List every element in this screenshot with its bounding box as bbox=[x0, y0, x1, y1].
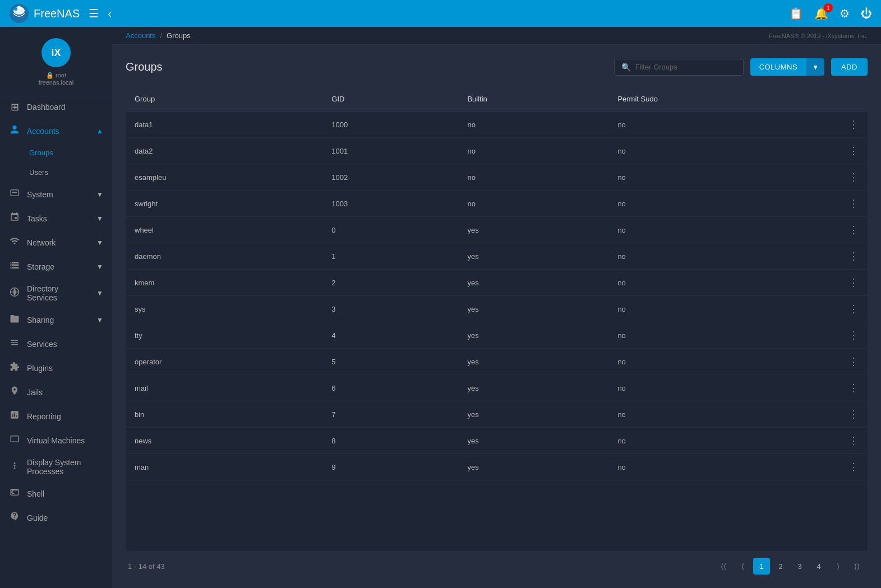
table-row: bin 7 yes no ⋮ bbox=[126, 401, 868, 428]
network-icon bbox=[9, 236, 20, 249]
sidebar-item-jails[interactable]: Jails bbox=[0, 380, 112, 404]
cell-gid: 1 bbox=[322, 243, 458, 270]
services-icon bbox=[9, 337, 20, 350]
sidebar-item-plugins[interactable]: Plugins bbox=[0, 356, 112, 380]
dashboard-icon: ⊞ bbox=[9, 101, 20, 113]
breadcrumb-accounts[interactable]: Accounts bbox=[126, 31, 155, 40]
row-menu-icon[interactable]: ⋮ bbox=[848, 435, 859, 446]
sidebar-item-accounts[interactable]: Accounts ▲ bbox=[0, 119, 112, 143]
sidebar-item-shell[interactable]: Shell bbox=[0, 481, 112, 506]
cell-group: data1 bbox=[126, 112, 322, 138]
power-icon[interactable]: ⏻ bbox=[861, 7, 872, 20]
sidebar-item-tasks[interactable]: Tasks ▼ bbox=[0, 206, 112, 230]
pagination-first[interactable]: ⟨⟨ bbox=[715, 558, 732, 575]
row-menu-icon[interactable]: ⋮ bbox=[848, 330, 859, 341]
search-input[interactable] bbox=[635, 63, 736, 71]
cell-gid: 1002 bbox=[322, 164, 458, 191]
cell-builtin: no bbox=[458, 112, 608, 138]
cell-actions: ⋮ bbox=[840, 138, 868, 164]
table-row: mail 6 yes no ⋮ bbox=[126, 375, 868, 401]
cell-gid: 1001 bbox=[322, 138, 458, 164]
clipboard-icon[interactable]: 📋 bbox=[789, 7, 803, 20]
pagination-last[interactable]: ⟩⟩ bbox=[848, 558, 865, 575]
table-row: wheel 0 yes no ⋮ bbox=[126, 217, 868, 243]
sidebar-item-guide[interactable]: Guide bbox=[0, 506, 112, 530]
sidebar-item-services[interactable]: Services bbox=[0, 332, 112, 356]
table-row: man 9 yes no ⋮ bbox=[126, 454, 868, 480]
cell-gid: 9 bbox=[322, 454, 458, 480]
cell-group: tty bbox=[126, 322, 322, 349]
row-menu-icon[interactable]: ⋮ bbox=[848, 145, 859, 156]
notifications[interactable]: 🔔 1 bbox=[814, 7, 828, 20]
sidebar-item-users[interactable]: Users bbox=[0, 163, 112, 182]
cell-builtin: yes bbox=[458, 401, 608, 428]
pagination-page-4[interactable]: 4 bbox=[810, 558, 827, 575]
menu-icon[interactable]: ☰ bbox=[89, 7, 99, 20]
sidebar-item-system[interactable]: System ▼ bbox=[0, 182, 112, 206]
sidebar-item-label: Display System Processes bbox=[27, 458, 103, 476]
accounts-icon bbox=[9, 124, 20, 137]
chevron-down-icon: ▼ bbox=[96, 263, 103, 271]
pagination: 1 - 14 of 43 ⟨⟨ ⟨ 1 2 3 4 ⟩ ⟩⟩ bbox=[126, 551, 868, 575]
add-button[interactable]: ADD bbox=[831, 58, 868, 76]
col-group: Group bbox=[126, 87, 322, 112]
cell-actions: ⋮ bbox=[840, 112, 868, 138]
cell-gid: 0 bbox=[322, 217, 458, 243]
cell-gid: 6 bbox=[322, 375, 458, 401]
row-menu-icon[interactable]: ⋮ bbox=[848, 224, 859, 235]
col-builtin: Builtin bbox=[458, 87, 608, 112]
row-menu-icon[interactable]: ⋮ bbox=[848, 251, 859, 262]
sidebar-item-network[interactable]: Network ▼ bbox=[0, 230, 112, 254]
sidebar-item-sharing[interactable]: Sharing ▼ bbox=[0, 308, 112, 332]
sidebar-item-label: Storage bbox=[27, 262, 90, 271]
row-menu-icon[interactable]: ⋮ bbox=[848, 172, 859, 183]
pagination-page-2[interactable]: 2 bbox=[772, 558, 789, 575]
row-menu-icon[interactable]: ⋮ bbox=[848, 409, 859, 420]
cell-actions: ⋮ bbox=[840, 217, 868, 243]
table-row: data1 1000 no no ⋮ bbox=[126, 112, 868, 138]
pagination-page-3[interactable]: 3 bbox=[791, 558, 808, 575]
row-menu-icon[interactable]: ⋮ bbox=[848, 119, 859, 130]
columns-button[interactable]: COLUMNS bbox=[750, 58, 807, 76]
cell-permit-sudo: no bbox=[608, 454, 840, 480]
row-menu-icon[interactable]: ⋮ bbox=[848, 277, 859, 288]
sidebar-item-display-system-processes[interactable]: Display System Processes bbox=[0, 452, 112, 481]
sidebar-item-dashboard[interactable]: ⊞ Dashboard bbox=[0, 95, 112, 119]
plugins-icon bbox=[9, 362, 20, 374]
row-menu-icon[interactable]: ⋮ bbox=[848, 382, 859, 393]
sidebar-item-label: Tasks bbox=[27, 214, 90, 223]
pagination-prev[interactable]: ⟨ bbox=[734, 558, 751, 575]
cell-permit-sudo: no bbox=[608, 296, 840, 322]
freenas-logo-icon bbox=[9, 3, 29, 24]
topbar-left: FreeNAS ☰ ‹ bbox=[9, 3, 112, 24]
row-menu-icon[interactable]: ⋮ bbox=[848, 356, 859, 367]
cell-builtin: yes bbox=[458, 349, 608, 375]
row-menu-icon[interactable]: ⋮ bbox=[848, 198, 859, 209]
sidebar-item-label: Jails bbox=[27, 388, 103, 397]
pagination-next[interactable]: ⟩ bbox=[829, 558, 846, 575]
breadcrumb: Accounts / Groups bbox=[126, 31, 191, 40]
settings-icon[interactable]: ⚙ bbox=[840, 7, 850, 20]
row-menu-icon[interactable]: ⋮ bbox=[848, 303, 859, 314]
search-box: 🔍 bbox=[614, 59, 744, 76]
columns-dropdown-arrow[interactable]: ▼ bbox=[806, 58, 824, 76]
sidebar-item-virtual-machines[interactable]: Virtual Machines bbox=[0, 428, 112, 452]
cell-group: kmem bbox=[126, 270, 322, 296]
chevron-down-icon: ▼ bbox=[96, 316, 103, 324]
sidebar-item-groups[interactable]: Groups bbox=[0, 143, 112, 163]
back-icon[interactable]: ‹ bbox=[108, 7, 112, 20]
col-permit-sudo: Permit Sudo bbox=[608, 87, 840, 112]
cell-builtin: yes bbox=[458, 322, 608, 349]
cell-gid: 2 bbox=[322, 270, 458, 296]
sidebar-item-storage[interactable]: Storage ▼ bbox=[0, 254, 112, 279]
row-menu-icon[interactable]: ⋮ bbox=[848, 461, 859, 473]
sidebar-item-label: Users bbox=[29, 168, 103, 177]
sidebar-item-label: Directory Services bbox=[27, 284, 90, 302]
pagination-page-1[interactable]: 1 bbox=[753, 558, 770, 575]
shell-icon bbox=[9, 487, 20, 500]
sidebar-item-reporting[interactable]: Reporting bbox=[0, 404, 112, 428]
cell-builtin: no bbox=[458, 191, 608, 217]
sidebar-item-directory-services[interactable]: Directory Services ▼ bbox=[0, 279, 112, 308]
cell-gid: 5 bbox=[322, 349, 458, 375]
table-row: tty 4 yes no ⋮ bbox=[126, 322, 868, 349]
